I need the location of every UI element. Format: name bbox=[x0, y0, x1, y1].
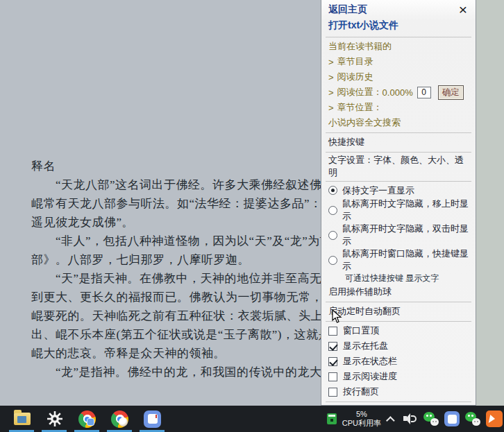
reading-position-value: 0.000% bbox=[383, 87, 413, 98]
reader-settings-panel: 返回主页 × 打开txt小说文件 当前在读书籍的 > 章节目录 > 阅读历史 >… bbox=[321, 0, 476, 406]
file-explorer-button[interactable] bbox=[6, 406, 38, 432]
back-to-home-link[interactable]: 返回主页 bbox=[328, 3, 456, 16]
chapter-toc-label: 章节目录 bbox=[337, 55, 373, 68]
reading-history-label: 阅读历史 bbox=[337, 71, 373, 83]
checkbox-icon bbox=[328, 342, 337, 351]
panel-title-bar: 返回主页 × bbox=[321, 0, 476, 17]
reading-position-input[interactable]: 0 bbox=[417, 87, 431, 98]
divider bbox=[326, 132, 471, 133]
radio-hide-window-hotkey-show[interactable]: 鼠标离开时窗口隐藏，快捷键显示 bbox=[321, 248, 476, 273]
chevron-right-icon: > bbox=[328, 87, 334, 98]
hotkeys-label: 快捷按键 bbox=[328, 136, 364, 148]
checkbox-label: 显示在状态栏 bbox=[343, 355, 397, 368]
radio-keep-text-visible[interactable]: 保持文字一直显示 bbox=[321, 183, 476, 198]
reading-position-label: 阅读位置： bbox=[337, 86, 383, 98]
checkbox-label: 按行翻页 bbox=[343, 386, 379, 398]
checkbox-icon bbox=[328, 327, 337, 336]
chapter-position-item[interactable]: > 章节位置： bbox=[321, 100, 476, 115]
divider bbox=[326, 37, 471, 37]
taskbar-app-icons bbox=[0, 406, 169, 432]
chrome-button[interactable] bbox=[71, 406, 103, 432]
radio-label: 保持文字一直显示 bbox=[342, 184, 414, 197]
file-explorer-icon bbox=[14, 413, 31, 425]
novel-reader-icon bbox=[144, 411, 161, 428]
checkbox-show-in-statusbar[interactable]: 显示在状态栏 bbox=[321, 354, 476, 369]
open-txt-file-row[interactable]: 打开txt小说文件 bbox=[321, 17, 476, 35]
radio-icon bbox=[328, 256, 337, 265]
divider bbox=[326, 152, 471, 153]
open-txt-file-link[interactable]: 打开txt小说文件 bbox=[328, 19, 398, 32]
chapter-toc-item[interactable]: > 章节目录 bbox=[321, 54, 476, 69]
divider bbox=[326, 181, 471, 182]
auto-page-turn-item[interactable]: 启动定时自动翻页 bbox=[321, 304, 476, 319]
checkbox-label: 窗口置顶 bbox=[343, 325, 379, 337]
checkbox-label: 显示阅读进度 bbox=[343, 370, 397, 383]
badge-icon bbox=[87, 418, 94, 426]
radio-label: 鼠标离开时文字隐藏，双击时显示 bbox=[342, 223, 469, 248]
radio-icon bbox=[328, 206, 337, 215]
chevron-right-icon: > bbox=[328, 57, 334, 67]
text-settings-label: 文字设置：字体、颜色、大小、透明 bbox=[328, 154, 469, 179]
gear-icon bbox=[46, 410, 64, 428]
assist-ball-item[interactable]: 启用操作辅助球 bbox=[321, 284, 476, 300]
text-settings-item[interactable]: 文字设置：字体、颜色、大小、透明 bbox=[321, 154, 476, 179]
cpu-percent: 5% bbox=[342, 410, 381, 419]
hidden-icons-chevron-icon[interactable] bbox=[386, 416, 395, 425]
close-icon[interactable]: × bbox=[456, 3, 470, 17]
novel-reader-tray-icon[interactable] bbox=[444, 411, 460, 426]
checkbox-icon bbox=[328, 372, 337, 381]
reading-history-item[interactable]: > 阅读历史 bbox=[321, 69, 476, 85]
radio-hide-on-leave-show-on-dblclick[interactable]: 鼠标离开时文字隐藏，双击时显示 bbox=[321, 223, 476, 248]
cpu-utilization-readout[interactable]: 5% CPU利用率 bbox=[342, 410, 381, 428]
orange-app-icon[interactable] bbox=[486, 411, 503, 427]
chapter-position-label: 章节位置： bbox=[337, 101, 383, 114]
chrome-profile-button[interactable] bbox=[103, 406, 136, 432]
divider bbox=[326, 302, 471, 302]
wechat-icon[interactable] bbox=[423, 412, 439, 426]
fulltext-search-item[interactable]: 小说内容全文搜索 bbox=[321, 115, 476, 130]
radio-icon bbox=[328, 231, 337, 240]
chevron-right-icon: > bbox=[328, 103, 334, 113]
checkbox-icon bbox=[328, 388, 337, 397]
assist-ball-label: 启用操作辅助球 bbox=[328, 286, 392, 298]
current-book-label: 当前在读书籍的 bbox=[328, 40, 392, 53]
confirm-button[interactable]: 确定 bbox=[438, 85, 464, 100]
chevron-right-icon: > bbox=[328, 72, 334, 83]
radio-hint-text: 可通过快捷按键 显示文字 bbox=[345, 273, 439, 284]
hotkeys-item[interactable]: 快捷按键 bbox=[321, 135, 476, 150]
divider bbox=[326, 321, 471, 322]
checkbox-show-in-tray[interactable]: 显示在托盘 bbox=[321, 338, 476, 354]
reading-position-row: > 阅读位置： 0.000% 0 确定 bbox=[321, 85, 476, 100]
radio-label: 鼠标离开时文字隐藏，移上时显示 bbox=[342, 198, 469, 223]
cpu-monitor-icon[interactable] bbox=[327, 413, 337, 424]
radio-hide-on-leave-show-on-hover[interactable]: 鼠标离开时文字隐藏，移上时显示 bbox=[321, 198, 476, 223]
badge-icon bbox=[119, 417, 128, 426]
settings-button[interactable] bbox=[38, 406, 71, 432]
divider bbox=[326, 401, 471, 402]
fulltext-search-label: 小说内容全文搜索 bbox=[328, 116, 401, 129]
checkbox-window-on-top[interactable]: 窗口置顶 bbox=[321, 323, 476, 338]
radio-hint: 可通过快捷按键 显示文字 bbox=[321, 273, 476, 284]
wechat-icon-2[interactable] bbox=[465, 412, 480, 426]
system-tray: 5% CPU利用率 bbox=[327, 406, 504, 432]
checkbox-label: 显示在托盘 bbox=[343, 340, 388, 352]
checkbox-page-by-line[interactable]: 按行翻页 bbox=[321, 384, 476, 399]
novel-reader-app-button[interactable] bbox=[136, 406, 169, 432]
cpu-label: CPU利用率 bbox=[342, 419, 381, 428]
current-book-row: 当前在读书籍的 bbox=[321, 39, 476, 54]
taskbar: 5% CPU利用率 bbox=[0, 406, 504, 432]
mouse-cursor bbox=[332, 309, 343, 325]
radio-label: 鼠标离开时窗口隐藏，快捷键显示 bbox=[342, 248, 469, 273]
speaker-icon[interactable] bbox=[403, 413, 417, 425]
radio-icon bbox=[328, 186, 337, 195]
chrome-icon bbox=[78, 411, 96, 428]
chrome-icon bbox=[111, 411, 128, 428]
checkbox-icon bbox=[328, 357, 337, 366]
checkbox-show-reading-progress[interactable]: 显示阅读进度 bbox=[321, 369, 476, 384]
